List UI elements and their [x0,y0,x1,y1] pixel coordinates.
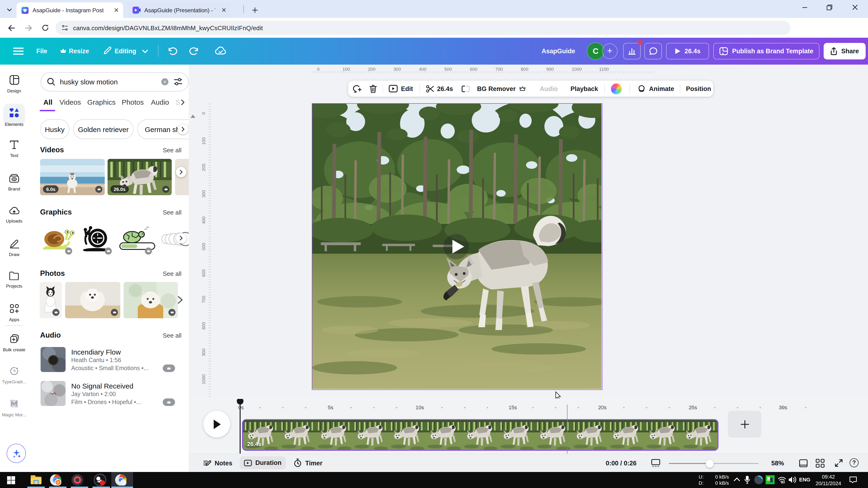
svg-text:co: co [13,178,16,181]
